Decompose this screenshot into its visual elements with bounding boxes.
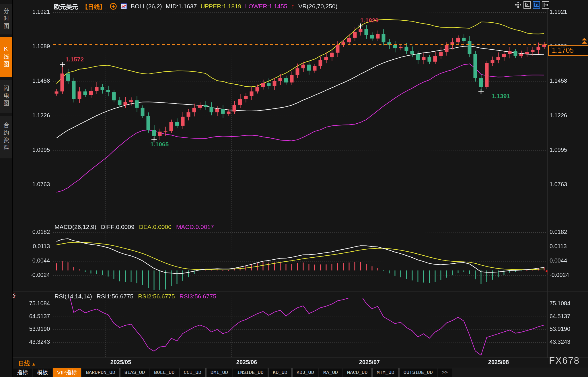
macd-axis-label: -0.0024 xyxy=(550,272,569,278)
macd-axis-label: 0.0182 xyxy=(550,229,567,235)
macd-macd-value: MACD:0.0017 xyxy=(176,224,214,230)
tab-mtm-ud[interactable]: MTM_UD xyxy=(372,368,398,377)
tab-ma-ud[interactable]: MA_UD xyxy=(319,368,342,377)
price-axis-label: 1.1226 xyxy=(17,112,50,119)
x-axis-month-label: 2025/06 xyxy=(236,359,257,366)
sidebar-item-flash-chart[interactable]: 闪电图 xyxy=(0,80,12,113)
move-crosshair-icon[interactable] xyxy=(514,1,522,9)
pan-right-icon[interactable] xyxy=(542,1,549,9)
rsi3-value: RSI3:56.6775 xyxy=(180,293,216,300)
macd-title[interactable]: MACD(26,12,9) xyxy=(54,224,96,230)
vr-title: VR(26,70,250) xyxy=(298,3,338,10)
rsi-axis-label: 43.3243 xyxy=(550,339,570,345)
tab-indicators[interactable]: 指标 xyxy=(13,368,32,377)
boll-mid-value: MID:1.1637 xyxy=(166,3,197,10)
swing-high-label: 1.1829 xyxy=(360,17,379,24)
rsi2-value: RSI2:56.6775 xyxy=(138,293,175,300)
price-axis-label: 1.0763 xyxy=(550,181,567,188)
price-axis-label: 1.1458 xyxy=(550,77,567,84)
tab-kd-ud[interactable]: KD_UD xyxy=(268,368,292,377)
period-selector[interactable]: 日线 ▲ xyxy=(18,359,36,367)
axes-scale-icon[interactable] xyxy=(523,1,531,9)
chart-header: 欧元美元 【日线】 BOLL(26,2) MID:1.1637 UPPER:1.… xyxy=(54,2,338,11)
macd-axis-label: 0.0113 xyxy=(550,243,567,250)
rsi1-value: RSI1:56.6775 xyxy=(97,293,133,300)
rsi-axis-label: 53.9190 xyxy=(17,326,50,332)
price-axis-label: 1.1458 xyxy=(17,77,50,84)
tab-barupdn-ud[interactable]: BARUPDN_UD xyxy=(82,368,120,377)
sidebar-item-contract-info[interactable]: 合约资料 xyxy=(0,116,12,158)
price-axis-label: 1.1226 xyxy=(550,112,567,119)
macd-axis-label: 0.0113 xyxy=(17,243,50,250)
macd-axis-label: 0.0182 xyxy=(17,229,50,235)
rsi-axis-label: 75.1084 xyxy=(17,300,50,307)
tab-more[interactable]: >> xyxy=(438,368,452,377)
tab-templates[interactable]: 模板 xyxy=(33,368,52,377)
macd-axis-label: -0.0024 xyxy=(17,272,50,278)
period-selector-label: 日线 xyxy=(18,360,30,367)
macd-dea-value: DEA:0.0000 xyxy=(139,224,172,230)
price-axis-label: 1.1921 xyxy=(550,9,567,15)
triangle-up-icon: ▲ xyxy=(32,362,36,366)
sidebar-item-timeline-chart[interactable]: 分时图 xyxy=(0,4,12,34)
price-axis-label: 1.0763 xyxy=(17,181,50,188)
boll-upper-value: UPPER:1.1819 xyxy=(200,3,241,10)
macd-axis-label: 0.0044 xyxy=(17,257,50,264)
swing-low-label: 1.1065 xyxy=(150,141,169,148)
swing-high-label: 1.1572 xyxy=(65,56,84,63)
period-tag[interactable]: 【日线】 xyxy=(82,2,106,11)
macd-axis-label: 0.0044 xyxy=(550,257,567,264)
chart-tool-buttons xyxy=(514,1,549,9)
tab-inside-ud[interactable]: INSIDE_UD xyxy=(233,368,268,377)
trading-app-window: 分时图 K线图 闪电图 合约资料 欧元美元 【日线】 BOLL(26,2) MI… xyxy=(0,0,588,377)
boll-lower-value: LOWER:1.1455 xyxy=(245,3,287,10)
boll-title: BOLL(26,2) xyxy=(131,3,162,10)
rsi-axis-label: 53.9190 xyxy=(550,326,570,332)
sidebar: 分时图 K线图 闪电图 合约资料 xyxy=(0,0,13,377)
rsi-axis-label: 64.5137 xyxy=(17,313,50,320)
rsi-axis-label: 75.1084 xyxy=(550,300,570,307)
x-axis-month-label: 2025/07 xyxy=(359,359,380,366)
price-axis-label: 1.1921 xyxy=(17,9,50,15)
last-price-box[interactable]: 1.1705 xyxy=(548,45,588,56)
tab-outside-ud[interactable]: OUTSIDE_UD xyxy=(399,368,437,377)
double-up-arrow-icon xyxy=(581,38,587,44)
price-axis-label: 1.0995 xyxy=(550,147,567,153)
chart-canvas[interactable] xyxy=(0,0,588,377)
tab-dmi-ud[interactable]: DMI_UD xyxy=(206,368,232,377)
circle-plus-icon[interactable] xyxy=(110,3,117,10)
plot-right-border xyxy=(547,7,548,357)
plot-left-border xyxy=(53,7,53,357)
price-axis-label: 1.1689 xyxy=(17,43,50,50)
rsi-title-row: RSI(14,14,14) RSI1:56.6775 RSI2:56.6775 … xyxy=(54,293,216,300)
x-axis-month-label: 2025/05 xyxy=(110,359,131,366)
x-axis-month-label: 2025/08 xyxy=(488,359,509,366)
candle-chart-icon[interactable] xyxy=(121,3,127,9)
panel-divider xyxy=(12,357,588,358)
tab-bias-ud[interactable]: BIAS_UD xyxy=(120,368,149,377)
tab-boll-ud[interactable]: BOLL_UD xyxy=(150,368,179,377)
panel-divider xyxy=(12,223,588,223)
up-arrow-icon: ↑ xyxy=(291,3,295,9)
tab-cci-ud[interactable]: CCI_UD xyxy=(180,368,206,377)
sidebar-item-label: 合约资料 xyxy=(2,122,10,152)
play-axes-icon-active[interactable] xyxy=(533,1,540,9)
tab-kdj-ud[interactable]: KDJ_UD xyxy=(292,368,318,377)
sidebar-item-kline-chart[interactable]: K线图 xyxy=(0,37,12,77)
macd-title-row: MACD(26,12,9) DIFF:0.0009 DEA:0.0000 MAC… xyxy=(54,224,214,230)
panel-divider xyxy=(12,291,588,292)
sidebar-item-label: 分时图 xyxy=(2,8,10,30)
bottom-toolbar: 指标 模板 VIP指标 BARUPDN_UD BIAS_UD BOLL_UD C… xyxy=(13,368,452,377)
macd-diff-value: DIFF:0.0009 xyxy=(101,224,135,230)
price-axis-label: 1.0995 xyxy=(17,147,50,153)
sidebar-item-label: 闪电图 xyxy=(2,85,10,108)
rsi-axis-label: 43.3243 xyxy=(17,339,50,345)
watermark: FX678 xyxy=(549,355,580,366)
tab-vip-indicators[interactable]: VIP指标 xyxy=(53,368,81,377)
rsi-axis-label: 64.5137 xyxy=(550,313,570,320)
sidebar-item-label: K线图 xyxy=(2,46,10,69)
tab-macd-ud[interactable]: MACD_UD xyxy=(343,368,372,377)
swing-low-label: 1.1391 xyxy=(492,93,510,100)
symbol-name[interactable]: 欧元美元 xyxy=(54,2,78,11)
rsi-title[interactable]: RSI(14,14,14) xyxy=(54,293,92,300)
